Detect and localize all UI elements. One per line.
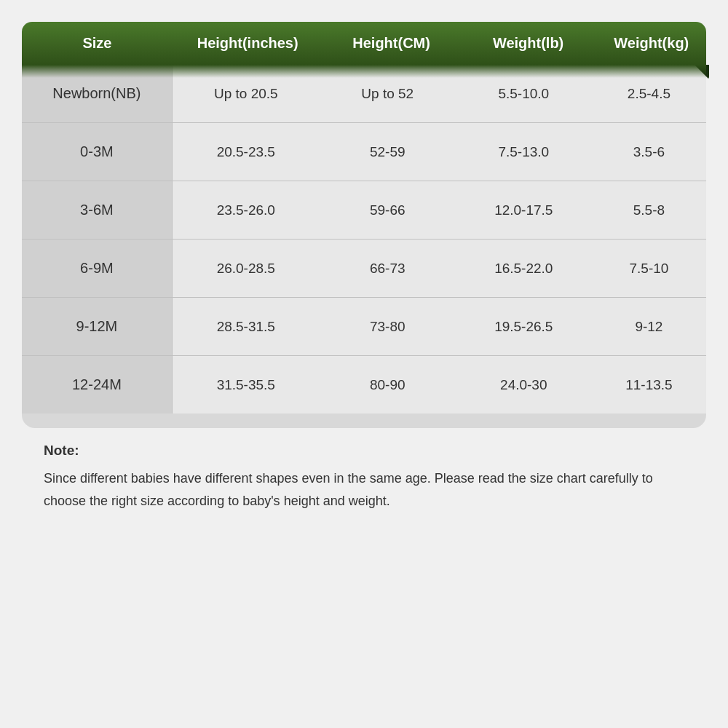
weight-kg-cell: 11-13.5 [592,357,706,414]
weight-kg-cell: 9-12 [592,298,706,355]
table-row: 0-3M 20.5-23.5 52-59 7.5-13.0 3.5-6 [22,123,706,181]
size-cell: 9-12M [22,298,173,355]
height-inches-cell: 20.5-23.5 [173,124,320,181]
header-weight-lb: Weight(lb) [460,35,597,52]
data-cols: 23.5-26.0 59-66 12.0-17.5 5.5-8 [173,181,706,239]
table-row: 6-9M 26.0-28.5 66-73 16.5-22.0 7.5-10 [22,240,706,298]
weight-kg-cell: 3.5-6 [592,124,706,181]
weight-kg-cell: 7.5-10 [592,240,706,297]
height-inches-cell: 23.5-26.0 [173,182,320,239]
weight-lb-cell: 19.5-26.5 [456,298,592,355]
height-cm-cell: 52-59 [320,124,456,181]
header-tab-decoration [695,65,709,79]
weight-kg-cell: 5.5-8 [592,182,706,239]
size-chart-card: Size Height(inches) Height(CM) Weight(lb… [22,22,706,428]
weight-lb-cell: 24.0-30 [456,357,592,414]
size-cell: 6-9M [22,240,173,297]
header-height-cm: Height(CM) [323,35,460,52]
data-cols: 28.5-31.5 73-80 19.5-26.5 9-12 [173,298,706,355]
size-cell: 3-6M [22,181,173,239]
height-cm-cell: 66-73 [320,240,456,297]
table-row: 3-6M 23.5-26.0 59-66 12.0-17.5 5.5-8 [22,181,706,240]
note-title: Note: [44,443,684,459]
height-inches-cell: 31.5-35.5 [173,357,320,414]
table-header: Size Height(inches) Height(CM) Weight(lb… [22,22,706,65]
page-wrapper: Size Height(inches) Height(CM) Weight(lb… [0,0,728,728]
data-cols: 20.5-23.5 52-59 7.5-13.0 3.5-6 [173,123,706,181]
table-body: Newborn(NB) Up to 20.5 Up to 52 5.5-10.0… [22,65,706,414]
weight-lb-cell: 12.0-17.5 [456,182,592,239]
table-row: 12-24M 31.5-35.5 80-90 24.0-30 11-13.5 [22,356,706,414]
data-cols: 31.5-35.5 80-90 24.0-30 11-13.5 [173,356,706,414]
height-cm-cell: 59-66 [320,182,456,239]
note-text: Since different babies have different sh… [44,467,684,512]
header-size: Size [22,35,173,52]
header-weight-kg: Weight(kg) [597,35,706,52]
height-inches-cell: 26.0-28.5 [173,240,320,297]
table-row: 9-12M 28.5-31.5 73-80 19.5-26.5 9-12 [22,298,706,356]
weight-lb-cell: 16.5-22.0 [456,240,592,297]
height-inches-cell: 28.5-31.5 [173,298,320,355]
size-cell: 12-24M [22,356,173,414]
weight-lb-cell: 7.5-13.0 [456,124,592,181]
data-cols: 26.0-28.5 66-73 16.5-22.0 7.5-10 [173,240,706,297]
height-cm-cell: 73-80 [320,298,456,355]
note-section: Note: Since different babies have differ… [22,428,706,519]
header-height-inches: Height(inches) [173,35,323,52]
size-cell: 0-3M [22,123,173,181]
height-cm-cell: 80-90 [320,357,456,414]
